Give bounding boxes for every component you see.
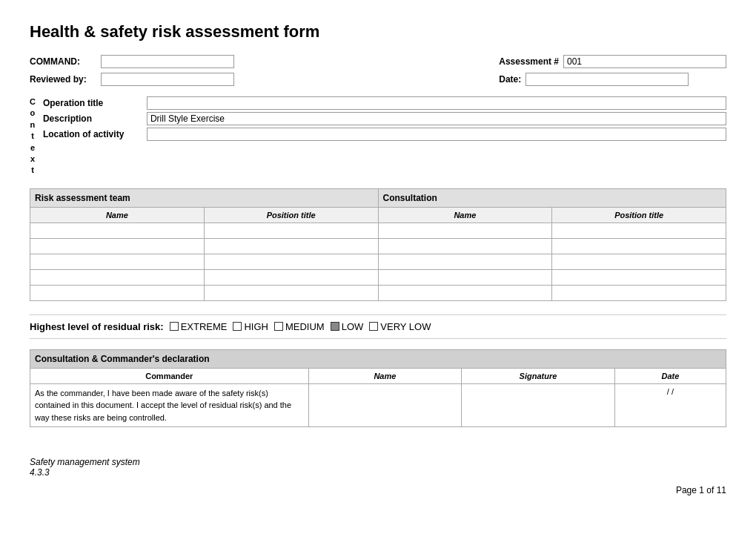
- checkbox-high[interactable]: [233, 322, 242, 331]
- footer: Safety management system 4.3.3: [30, 457, 726, 478]
- checkbox-low[interactable]: [331, 322, 339, 331]
- table-row: [30, 269, 726, 285]
- team-name-3[interactable]: [30, 269, 205, 285]
- reviewed-input[interactable]: [101, 73, 234, 86]
- table-row: [30, 254, 726, 269]
- team-pos-2[interactable]: [204, 254, 378, 269]
- operation-title-input[interactable]: [147, 96, 726, 110]
- context-row-label-2: Location of activity: [43, 129, 139, 139]
- assessment-label: Assessment #: [499, 56, 559, 67]
- table-row: [30, 238, 726, 254]
- commander-text: As the commander, I have been made aware…: [30, 383, 309, 427]
- description-value: Drill Style Exercise: [150, 113, 225, 124]
- page-number: Page 1 of 11: [30, 485, 726, 495]
- assessment-input[interactable]: 001: [563, 55, 726, 68]
- col-header-name1: Name: [30, 207, 205, 222]
- declaration-date-field[interactable]: / /: [614, 383, 726, 427]
- team-pos-4[interactable]: [204, 285, 378, 300]
- risk-extreme-label: EXTREME: [181, 321, 228, 332]
- col-header-position1: Position title: [204, 207, 378, 222]
- consult-name-4[interactable]: [378, 285, 552, 300]
- declaration-row: As the commander, I have been made aware…: [30, 383, 726, 427]
- checkbox-very-low[interactable]: [369, 322, 378, 331]
- consult-pos-0[interactable]: [552, 222, 726, 238]
- checkbox-medium[interactable]: [274, 322, 283, 331]
- team-pos-3[interactable]: [204, 269, 378, 285]
- consult-name-3[interactable]: [378, 269, 552, 285]
- assessment-value: 001: [567, 56, 582, 67]
- table-row: [30, 222, 726, 238]
- risk-medium-label: MEDIUM: [285, 321, 325, 332]
- date-label: Date:: [499, 74, 521, 85]
- page-title: Health & safety risk assessment form: [30, 22, 726, 42]
- commander-signature-field[interactable]: [462, 383, 615, 427]
- team-name-4[interactable]: [30, 285, 205, 300]
- declaration-table: Consultation & Commander's declaration C…: [30, 349, 726, 428]
- declaration-section-header: Consultation & Commander's declaration: [30, 349, 726, 368]
- context-row-label-1: Description: [43, 113, 139, 124]
- consult-name-0[interactable]: [378, 222, 552, 238]
- team-pos-0[interactable]: [204, 222, 378, 238]
- location-input[interactable]: [147, 128, 726, 141]
- context-row-label-0: Operation title: [43, 98, 139, 108]
- consult-pos-3[interactable]: [552, 269, 726, 285]
- risk-option-medium[interactable]: MEDIUM: [274, 321, 325, 332]
- consult-pos-4[interactable]: [552, 285, 726, 300]
- risk-low-label: LOW: [342, 321, 364, 332]
- team-name-2[interactable]: [30, 254, 205, 269]
- risk-high-label: HIGH: [244, 321, 268, 332]
- team-name-0[interactable]: [30, 222, 205, 238]
- risk-team-header: Risk assessment team: [30, 188, 379, 207]
- consult-pos-2[interactable]: [552, 254, 726, 269]
- consult-pos-1[interactable]: [552, 238, 726, 254]
- consult-name-2[interactable]: [378, 254, 552, 269]
- command-label: COMMAND:: [30, 56, 96, 67]
- system-label: Safety management system: [30, 457, 726, 467]
- context-rows: Operation title Description Drill Style …: [43, 96, 726, 177]
- description-input[interactable]: Drill Style Exercise: [147, 112, 726, 125]
- col-date: Date: [614, 368, 726, 383]
- residual-risk-row: Highest level of residual risk: EXTREME …: [30, 314, 726, 339]
- commander-name-field[interactable]: [308, 383, 462, 427]
- checkbox-extreme[interactable]: [170, 322, 179, 331]
- residual-risk-label: Highest level of residual risk:: [30, 321, 164, 332]
- risk-option-extreme[interactable]: EXTREME: [170, 321, 228, 332]
- reviewed-label: Reviewed by:: [30, 74, 96, 85]
- consult-name-1[interactable]: [378, 238, 552, 254]
- risk-team-table: Risk assessment team Consultation Name P…: [30, 188, 726, 301]
- risk-option-very-low[interactable]: VERY LOW: [369, 321, 431, 332]
- col-header-name2: Name: [378, 207, 552, 222]
- col-commander: Commander: [30, 368, 309, 383]
- command-input[interactable]: [101, 55, 234, 68]
- date-input[interactable]: [525, 73, 689, 86]
- col-header-position2: Position title: [552, 207, 726, 222]
- team-pos-1[interactable]: [204, 238, 378, 254]
- risk-very-low-label: VERY LOW: [380, 321, 431, 332]
- risk-option-low[interactable]: LOW: [331, 321, 364, 332]
- table-row: [30, 285, 726, 300]
- context-label: Context: [30, 96, 36, 177]
- consultation-header: Consultation: [378, 188, 726, 207]
- col-name: Name: [308, 368, 462, 383]
- risk-option-high[interactable]: HIGH: [233, 321, 268, 332]
- col-signature: Signature: [462, 368, 615, 383]
- team-name-1[interactable]: [30, 238, 205, 254]
- version: 4.3.3: [30, 467, 726, 478]
